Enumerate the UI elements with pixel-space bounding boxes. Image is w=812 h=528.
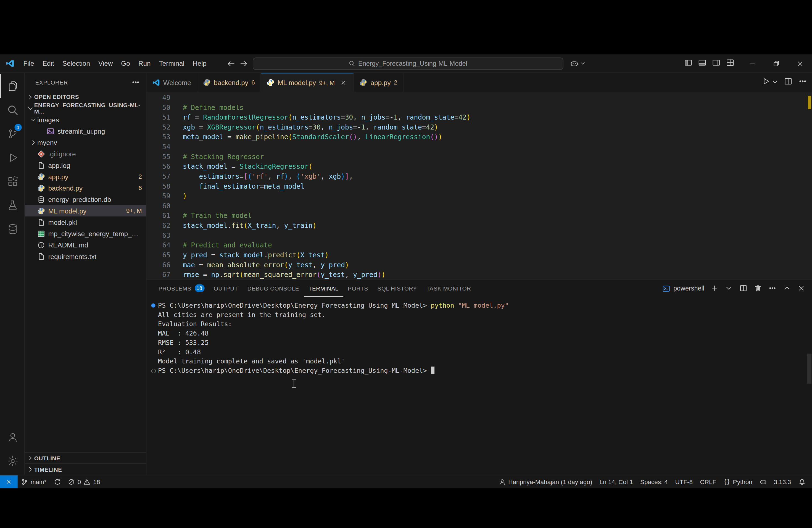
tree-item-streamlit-ui-png[interactable]: streamlit_ui.png (25, 126, 146, 137)
code-line-65[interactable]: 65y_pred = stack_model.predict(X_test) (147, 250, 812, 260)
navigate-back-button[interactable] (227, 59, 235, 68)
problems-summary[interactable]: 018 (64, 475, 104, 488)
code-line-58[interactable]: 58 final_estimator=meta_model (147, 181, 812, 191)
code-line-49[interactable]: 49 (147, 93, 812, 103)
layout-panel-button[interactable] (698, 58, 707, 69)
code-line-55[interactable]: 55# Stacking Regressor (147, 151, 812, 162)
code-line-52[interactable]: 52xgb = XGBRegressor(n_estimators=30, n_… (147, 122, 812, 132)
code-line-51[interactable]: 51rf = RandomForestRegressor(n_estimator… (147, 113, 812, 122)
code-editor[interactable]: 4950# Define models51rf = RandomForestRe… (147, 92, 812, 280)
code-line-54[interactable]: 54 (147, 142, 812, 152)
menu-go[interactable]: Go (117, 55, 134, 72)
notifications[interactable] (795, 475, 809, 488)
layout-sidebar-left-button[interactable] (684, 58, 692, 69)
tree-item-mp-citywise-energy-temp-daily[interactable]: mp_citywise_energy_temp_daily... (25, 228, 146, 239)
close-button[interactable] (788, 54, 812, 73)
panel-tab-sql-history[interactable]: SQL HISTORY (373, 280, 422, 297)
python-version[interactable]: 3.13.3 (770, 475, 795, 488)
project-section[interactable]: ENERGY_FORECASTING_USING-ML-M... (25, 102, 146, 114)
command-decoration-filled[interactable] (151, 304, 156, 308)
more-actions-icon[interactable] (131, 78, 140, 86)
menu-run[interactable]: Run (134, 55, 155, 72)
tree-item-model-pkl[interactable]: model.pkl (25, 217, 146, 228)
code-line-59[interactable]: 59) (147, 191, 812, 201)
plus-button[interactable] (711, 284, 719, 292)
restore-button[interactable] (765, 54, 788, 73)
terminal-content[interactable]: PS C:\Users\harip\OneDrive\Desktop\Energ… (147, 297, 812, 475)
code-line-53[interactable]: 53meta_model = make_pipeline(StandardSca… (147, 132, 812, 142)
tree-item-requirements-txt[interactable]: requirements.txt (25, 251, 146, 262)
tree-item-gitignore[interactable]: .gitignore (25, 148, 146, 159)
activity-search[interactable] (0, 98, 24, 121)
menu-terminal[interactable]: Terminal (155, 55, 189, 72)
menu-selection[interactable]: Selection (58, 55, 94, 72)
close-button[interactable] (798, 284, 806, 292)
encoding[interactable]: UTF-8 (671, 475, 696, 488)
chevron-down-button[interactable] (725, 284, 733, 292)
tree-item-images[interactable]: images (25, 114, 146, 126)
panel-tab-task-monitor[interactable]: TASK MONITOR (422, 280, 476, 297)
terminal-shell-selector[interactable]: powershell (663, 284, 704, 292)
command-decoration-hollow[interactable] (151, 369, 156, 373)
timeline-section[interactable]: TIMELINE (25, 464, 146, 475)
cursor-position[interactable]: Ln 14, Col 1 (596, 475, 637, 488)
code-line-62[interactable]: 62stack_model.fit(X_train, y_train) (147, 221, 812, 231)
panel-tab-ports[interactable]: PORTS (343, 280, 373, 297)
tree-item-backend-py[interactable]: backend.py6 (25, 182, 146, 194)
panel-tab-debug-console[interactable]: DEBUG CONSOLE (243, 280, 304, 297)
tab-backend-py[interactable]: backend.py6 (197, 73, 261, 92)
language-mode[interactable]: {}Python (720, 475, 756, 488)
navigate-forward-button[interactable] (240, 59, 248, 68)
code-line-60[interactable]: 60 (147, 201, 812, 211)
split-editor-button[interactable] (784, 77, 793, 88)
menu-help[interactable]: Help (189, 55, 211, 72)
tree-item-energy-prediction-db[interactable]: energy_prediction.db (25, 194, 146, 205)
chevron-up-button[interactable] (783, 284, 791, 292)
copilot-button[interactable] (570, 59, 585, 68)
layout-grid-button[interactable] (726, 58, 735, 69)
indentation[interactable]: Spaces: 4 (637, 475, 671, 488)
activity-run-and-debug[interactable] (0, 146, 24, 169)
code-line-50[interactable]: 50# Define models (147, 102, 812, 113)
code-line-56[interactable]: 56stack_model = StackingRegressor( (147, 162, 812, 172)
code-line-61[interactable]: 61# Train the model (147, 211, 812, 221)
end-of-line[interactable]: CRLF (696, 475, 720, 488)
kebab-button[interactable] (798, 77, 807, 88)
activity-database[interactable] (0, 217, 24, 241)
chevron-down-button[interactable] (777, 78, 778, 87)
minimize-button[interactable] (740, 54, 764, 73)
activity-explorer[interactable] (0, 74, 24, 98)
code-line-57[interactable]: 57 estimators=[('rf', rf), ('xgb', xgb)]… (147, 172, 812, 181)
kebab-button[interactable] (769, 284, 777, 292)
scm-author[interactable]: Haripriya-Mahajan (1 day ago) (495, 475, 596, 488)
split-editor-button[interactable] (740, 284, 748, 292)
tab-welcome[interactable]: Welcome (147, 73, 198, 92)
panel-tab-terminal[interactable]: TERMINAL (304, 280, 343, 297)
outline-section[interactable]: OUTLINE (25, 452, 146, 464)
activity-source-control[interactable]: 1 (0, 122, 24, 146)
git-branch[interactable]: main* (17, 475, 50, 488)
code-line-63[interactable]: 63 (147, 230, 812, 240)
code-line-67[interactable]: 67rmse = np.sqrt(mean_squared_error(y_te… (147, 270, 812, 280)
open-editors-section[interactable]: OPEN EDITORS (25, 91, 146, 102)
menu-edit[interactable]: Edit (39, 55, 58, 72)
command-center-search[interactable]: Energy_Forecasting_Using-ML-Model (252, 57, 563, 70)
tab-app-py[interactable]: app.py2 (354, 73, 404, 92)
activity-testing[interactable] (0, 193, 24, 217)
sync-changes[interactable] (50, 475, 64, 488)
code-line-66[interactable]: 66mae = mean_absolute_error(y_test, y_pr… (147, 260, 812, 270)
panel-tab-problems[interactable]: PROBLEMS18 (154, 280, 209, 297)
menu-file[interactable]: File (19, 55, 38, 72)
activity-account[interactable] (0, 425, 24, 449)
close-tab-button[interactable] (339, 78, 348, 87)
activity-extensions[interactable] (0, 169, 24, 193)
panel-tab-output[interactable]: OUTPUT (209, 280, 243, 297)
code-line-64[interactable]: 64# Predict and evaluate (147, 240, 812, 250)
tab-ml-model-py[interactable]: ML model.py9+, M (261, 73, 354, 92)
layout-sidebar-right-button[interactable] (712, 58, 720, 69)
copilot-status[interactable] (756, 475, 770, 488)
trash-button[interactable] (754, 284, 762, 292)
tree-item-ml-model-py[interactable]: ML model.py9+, M (25, 205, 146, 217)
tree-item-app-py[interactable]: app.py2 (25, 171, 146, 182)
tree-item-myenv[interactable]: myenv (25, 137, 146, 148)
